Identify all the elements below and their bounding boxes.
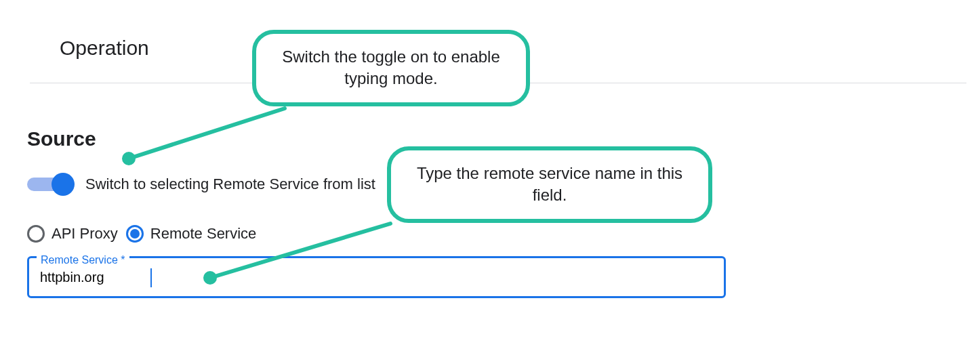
radio-remote-service-label: Remote Service	[150, 225, 257, 243]
operation-heading: Operation	[60, 37, 149, 60]
text-caret	[150, 268, 152, 287]
callout-toggle-hint: Switch the toggle on to enable typing mo…	[252, 30, 530, 106]
remote-service-input[interactable]	[29, 258, 724, 296]
source-heading: Source	[27, 127, 96, 150]
remote-service-field[interactable]: Remote Service *	[27, 256, 726, 298]
radio-api-proxy-label: API Proxy	[52, 225, 118, 243]
typing-mode-toggle[interactable]	[27, 173, 75, 196]
callout-field-hint: Type the remote service name in this fie…	[387, 146, 712, 223]
radio-api-proxy[interactable]: API Proxy	[27, 225, 118, 243]
radio-remote-service[interactable]: Remote Service	[126, 225, 257, 243]
radio-on-icon	[126, 225, 144, 243]
radio-off-icon	[27, 225, 45, 243]
toggle-label: Switch to selecting Remote Service from …	[85, 176, 375, 193]
svg-point-1	[122, 152, 136, 165]
svg-line-0	[129, 108, 285, 159]
